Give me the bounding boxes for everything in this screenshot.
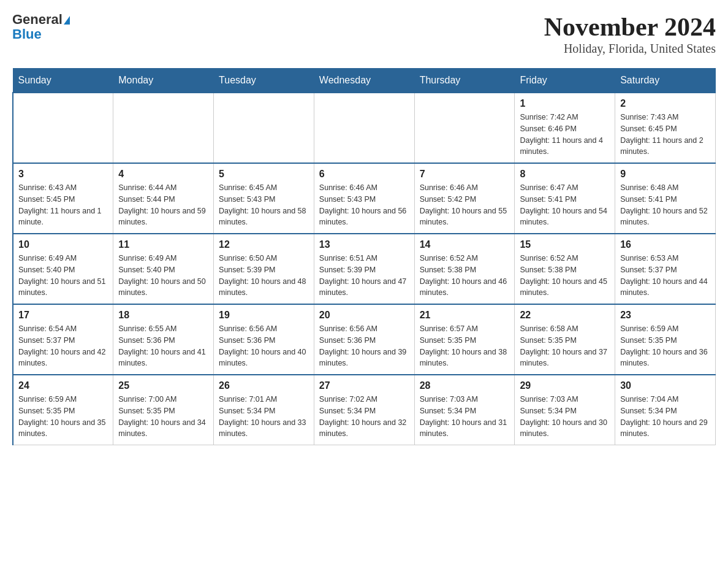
calendar-week-row: 17Sunrise: 6:54 AM Sunset: 5:37 PM Dayli… — [13, 304, 716, 375]
day-info: Sunrise: 7:01 AM Sunset: 5:34 PM Dayligh… — [219, 394, 309, 440]
calendar-cell: 25Sunrise: 7:00 AM Sunset: 5:35 PM Dayli… — [113, 375, 214, 445]
calendar-cell: 15Sunrise: 6:52 AM Sunset: 5:38 PM Dayli… — [515, 234, 615, 304]
calendar-cell: 4Sunrise: 6:44 AM Sunset: 5:44 PM Daylig… — [113, 163, 214, 234]
calendar-cell: 6Sunrise: 6:46 AM Sunset: 5:43 PM Daylig… — [314, 163, 414, 234]
calendar-cell: 28Sunrise: 7:03 AM Sunset: 5:34 PM Dayli… — [414, 375, 515, 445]
day-info: Sunrise: 6:50 AM Sunset: 5:39 PM Dayligh… — [219, 253, 309, 299]
page-title: November 2024 — [544, 12, 716, 42]
day-number: 9 — [620, 169, 710, 180]
calendar-cell: 20Sunrise: 6:56 AM Sunset: 5:36 PM Dayli… — [314, 304, 414, 375]
calendar-body: 1Sunrise: 7:42 AM Sunset: 6:46 PM Daylig… — [13, 93, 716, 445]
day-number: 14 — [420, 239, 510, 250]
calendar-day-header: Tuesday — [214, 69, 314, 93]
calendar-day-header: Friday — [515, 69, 615, 93]
calendar-day-header: Wednesday — [314, 69, 414, 93]
day-number: 20 — [319, 310, 409, 321]
calendar-header: SundayMondayTuesdayWednesdayThursdayFrid… — [13, 69, 716, 93]
day-number: 5 — [219, 169, 309, 180]
logo: General Blue — [12, 12, 70, 42]
day-number: 24 — [18, 380, 108, 391]
day-info: Sunrise: 6:48 AM Sunset: 5:41 PM Dayligh… — [620, 182, 710, 228]
day-number: 2 — [620, 98, 710, 109]
day-number: 6 — [319, 169, 409, 180]
day-info: Sunrise: 7:42 AM Sunset: 6:46 PM Dayligh… — [520, 112, 610, 158]
day-info: Sunrise: 6:59 AM Sunset: 5:35 PM Dayligh… — [620, 323, 710, 369]
calendar-cell: 3Sunrise: 6:43 AM Sunset: 5:45 PM Daylig… — [13, 163, 113, 234]
day-number: 13 — [319, 239, 409, 250]
page-subtitle: Holiday, Florida, United States — [544, 42, 716, 56]
calendar-cell: 29Sunrise: 7:03 AM Sunset: 5:34 PM Dayli… — [515, 375, 615, 445]
calendar-cell: 27Sunrise: 7:02 AM Sunset: 5:34 PM Dayli… — [314, 375, 414, 445]
day-number: 28 — [420, 380, 510, 391]
day-info: Sunrise: 7:43 AM Sunset: 6:45 PM Dayligh… — [620, 112, 710, 158]
calendar-cell: 8Sunrise: 6:47 AM Sunset: 5:41 PM Daylig… — [515, 163, 615, 234]
calendar-cell: 9Sunrise: 6:48 AM Sunset: 5:41 PM Daylig… — [615, 163, 716, 234]
day-number: 30 — [620, 380, 710, 391]
calendar-week-row: 10Sunrise: 6:49 AM Sunset: 5:40 PM Dayli… — [13, 234, 716, 304]
day-info: Sunrise: 7:03 AM Sunset: 5:34 PM Dayligh… — [520, 394, 610, 440]
day-number: 16 — [620, 239, 710, 250]
day-number: 22 — [520, 310, 610, 321]
calendar-table: SundayMondayTuesdayWednesdayThursdayFrid… — [12, 68, 716, 445]
day-number: 11 — [118, 239, 208, 250]
day-info: Sunrise: 6:52 AM Sunset: 5:38 PM Dayligh… — [520, 253, 610, 299]
logo-general-text: General — [12, 12, 63, 27]
day-info: Sunrise: 6:58 AM Sunset: 5:35 PM Dayligh… — [520, 323, 610, 369]
day-info: Sunrise: 6:45 AM Sunset: 5:43 PM Dayligh… — [219, 182, 309, 228]
day-info: Sunrise: 6:54 AM Sunset: 5:37 PM Dayligh… — [18, 323, 108, 369]
day-info: Sunrise: 7:04 AM Sunset: 5:34 PM Dayligh… — [620, 394, 710, 440]
day-number: 29 — [520, 380, 610, 391]
logo-triangle-icon — [64, 16, 70, 25]
day-info: Sunrise: 6:44 AM Sunset: 5:44 PM Dayligh… — [118, 182, 208, 228]
logo-blue-text: Blue — [12, 27, 70, 42]
day-info: Sunrise: 6:46 AM Sunset: 5:42 PM Dayligh… — [420, 182, 510, 228]
calendar-cell — [113, 93, 214, 163]
day-info: Sunrise: 6:49 AM Sunset: 5:40 PM Dayligh… — [118, 253, 208, 299]
day-info: Sunrise: 6:56 AM Sunset: 5:36 PM Dayligh… — [319, 323, 409, 369]
calendar-cell — [13, 93, 113, 163]
calendar-week-row: 1Sunrise: 7:42 AM Sunset: 6:46 PM Daylig… — [13, 93, 716, 163]
calendar-cell: 18Sunrise: 6:55 AM Sunset: 5:36 PM Dayli… — [113, 304, 214, 375]
day-number: 21 — [420, 310, 510, 321]
day-info: Sunrise: 6:59 AM Sunset: 5:35 PM Dayligh… — [18, 394, 108, 440]
calendar-cell: 21Sunrise: 6:57 AM Sunset: 5:35 PM Dayli… — [414, 304, 515, 375]
calendar-day-header: Monday — [113, 69, 214, 93]
day-number: 23 — [620, 310, 710, 321]
day-number: 19 — [219, 310, 309, 321]
calendar-cell — [414, 93, 515, 163]
calendar-cell: 19Sunrise: 6:56 AM Sunset: 5:36 PM Dayli… — [214, 304, 314, 375]
day-info: Sunrise: 7:00 AM Sunset: 5:35 PM Dayligh… — [118, 394, 208, 440]
day-number: 10 — [18, 239, 108, 250]
calendar-cell: 13Sunrise: 6:51 AM Sunset: 5:39 PM Dayli… — [314, 234, 414, 304]
day-number: 1 — [520, 98, 610, 109]
day-number: 7 — [420, 169, 510, 180]
calendar-cell: 23Sunrise: 6:59 AM Sunset: 5:35 PM Dayli… — [615, 304, 716, 375]
calendar-cell: 26Sunrise: 7:01 AM Sunset: 5:34 PM Dayli… — [214, 375, 314, 445]
calendar-day-header: Thursday — [414, 69, 515, 93]
calendar-week-row: 24Sunrise: 6:59 AM Sunset: 5:35 PM Dayli… — [13, 375, 716, 445]
calendar-cell: 16Sunrise: 6:53 AM Sunset: 5:37 PM Dayli… — [615, 234, 716, 304]
day-number: 17 — [18, 310, 108, 321]
day-info: Sunrise: 7:02 AM Sunset: 5:34 PM Dayligh… — [319, 394, 409, 440]
day-number: 26 — [219, 380, 309, 391]
calendar-cell: 10Sunrise: 6:49 AM Sunset: 5:40 PM Dayli… — [13, 234, 113, 304]
calendar-cell: 5Sunrise: 6:45 AM Sunset: 5:43 PM Daylig… — [214, 163, 314, 234]
day-number: 27 — [319, 380, 409, 391]
day-info: Sunrise: 6:51 AM Sunset: 5:39 PM Dayligh… — [319, 253, 409, 299]
calendar-cell: 24Sunrise: 6:59 AM Sunset: 5:35 PM Dayli… — [13, 375, 113, 445]
calendar-cell: 11Sunrise: 6:49 AM Sunset: 5:40 PM Dayli… — [113, 234, 214, 304]
calendar-cell: 17Sunrise: 6:54 AM Sunset: 5:37 PM Dayli… — [13, 304, 113, 375]
day-number: 4 — [118, 169, 208, 180]
calendar-cell: 14Sunrise: 6:52 AM Sunset: 5:38 PM Dayli… — [414, 234, 515, 304]
day-number: 25 — [118, 380, 208, 391]
title-block: November 2024 Holiday, Florida, United S… — [544, 12, 716, 56]
calendar-cell: 30Sunrise: 7:04 AM Sunset: 5:34 PM Dayli… — [615, 375, 716, 445]
day-info: Sunrise: 6:46 AM Sunset: 5:43 PM Dayligh… — [319, 182, 409, 228]
day-info: Sunrise: 6:49 AM Sunset: 5:40 PM Dayligh… — [18, 253, 108, 299]
day-number: 3 — [18, 169, 108, 180]
calendar-header-row: SundayMondayTuesdayWednesdayThursdayFrid… — [13, 69, 716, 93]
calendar-week-row: 3Sunrise: 6:43 AM Sunset: 5:45 PM Daylig… — [13, 163, 716, 234]
calendar-day-header: Saturday — [615, 69, 716, 93]
day-info: Sunrise: 6:47 AM Sunset: 5:41 PM Dayligh… — [520, 182, 610, 228]
day-info: Sunrise: 6:43 AM Sunset: 5:45 PM Dayligh… — [18, 182, 108, 228]
